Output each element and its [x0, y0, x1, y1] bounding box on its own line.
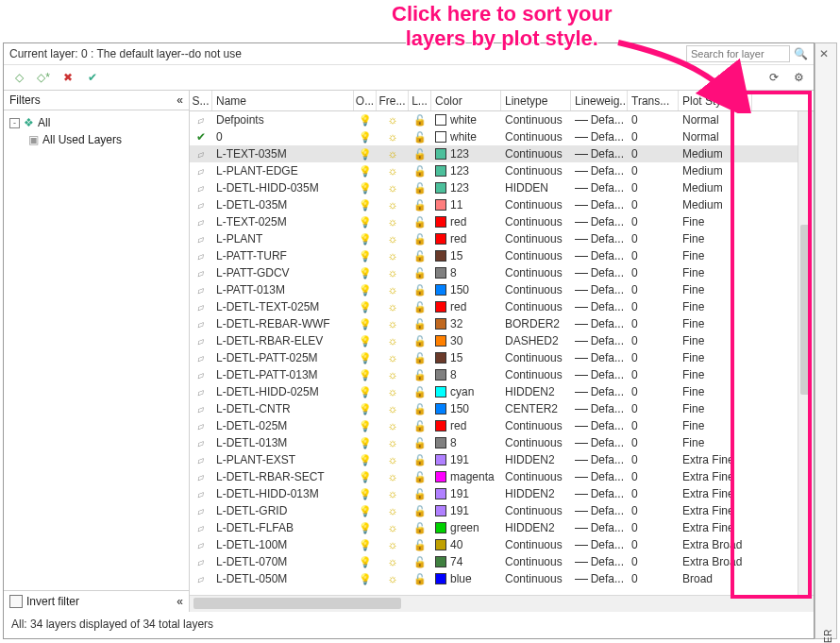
name-cell[interactable]: L-DETL-HIDD-035M: [212, 181, 354, 195]
table-row[interactable]: ▱L-DETL-PATT-025M💡☼🔓15ContinuousDefa...0…: [190, 349, 814, 366]
freeze-cell[interactable]: ☼: [377, 130, 409, 144]
refresh-button[interactable]: [764, 68, 783, 87]
table-row[interactable]: ▱L-DETL-FLFAB💡☼🔓greenHIDDEN2Defa...0Extr…: [190, 519, 814, 536]
freeze-cell[interactable]: ☼: [377, 385, 409, 398]
freeze-cell[interactable]: ☼: [377, 572, 409, 585]
status-cell[interactable]: ✔: [190, 130, 212, 144]
linetype-cell[interactable]: Continuous: [501, 300, 571, 313]
transparency-cell[interactable]: 0: [628, 249, 679, 262]
status-cell[interactable]: ▱: [190, 353, 212, 364]
set-current-layer-button[interactable]: [83, 68, 102, 87]
plot-style-cell[interactable]: Fine: [679, 368, 752, 381]
transparency-cell[interactable]: 0: [628, 283, 679, 296]
on-cell[interactable]: 💡: [354, 437, 377, 449]
linetype-cell[interactable]: CENTER2: [501, 402, 571, 415]
on-cell[interactable]: 💡: [354, 165, 377, 178]
lineweight-cell[interactable]: Defa...: [571, 368, 628, 381]
plot-style-cell[interactable]: Fine: [679, 232, 752, 245]
name-cell[interactable]: L-DETL-FLFAB: [212, 521, 354, 534]
table-row[interactable]: ▱L-PLANT💡☼🔓redContinuousDefa...0Fine: [190, 230, 814, 247]
freeze-cell[interactable]: ☼: [377, 232, 409, 245]
color-cell[interactable]: 8: [431, 368, 501, 381]
col-lock[interactable]: L...: [409, 91, 431, 110]
transparency-cell[interactable]: 0: [628, 470, 679, 483]
name-cell[interactable]: L-DETL-PATT-013M: [212, 368, 354, 381]
linetype-cell[interactable]: Continuous: [501, 198, 571, 212]
plot-style-cell[interactable]: Fine: [679, 317, 752, 330]
table-row[interactable]: ✔0💡☼🔓whiteContinuousDefa...0Normal: [190, 128, 814, 145]
linetype-cell[interactable]: Continuous: [501, 164, 571, 178]
freeze-cell[interactable]: ☼: [377, 402, 409, 415]
freeze-cell[interactable]: ☼: [377, 334, 409, 347]
name-cell[interactable]: L-DETL-CNTR: [212, 402, 354, 415]
name-cell[interactable]: L-PATT-TURF: [212, 249, 354, 262]
linetype-cell[interactable]: Continuous: [501, 555, 571, 568]
plot-style-cell[interactable]: Medium: [679, 164, 752, 178]
color-cell[interactable]: 40: [431, 538, 501, 551]
lock-cell[interactable]: 🔓: [409, 369, 431, 381]
on-cell[interactable]: 💡: [354, 522, 377, 534]
name-cell[interactable]: L-DETL-025M: [212, 419, 354, 432]
freeze-cell[interactable]: ☼: [377, 317, 409, 330]
transparency-cell[interactable]: 0: [628, 419, 679, 432]
lock-cell[interactable]: 🔓: [409, 131, 431, 144]
color-cell[interactable]: white: [431, 113, 501, 127]
lock-cell[interactable]: 🔓: [409, 505, 431, 517]
table-row[interactable]: ▱L-DETL-CNTR💡☼🔓150CENTER2Defa...0Fine: [190, 400, 814, 417]
color-cell[interactable]: red: [431, 300, 501, 313]
linetype-cell[interactable]: HIDDEN2: [501, 385, 571, 398]
linetype-cell[interactable]: Continuous: [501, 147, 571, 161]
lineweight-cell[interactable]: Defa...: [571, 555, 628, 568]
lock-cell[interactable]: 🔓: [409, 522, 431, 534]
linetype-cell[interactable]: Continuous: [501, 215, 571, 228]
lineweight-cell[interactable]: Defa...: [571, 385, 628, 398]
grid-body[interactable]: ▱Defpoints💡☼🔓whiteContinuousDefa...0Norm…: [190, 111, 814, 595]
linetype-cell[interactable]: Continuous: [501, 436, 571, 449]
name-cell[interactable]: Defpoints: [212, 113, 354, 127]
linetype-cell[interactable]: Continuous: [501, 419, 571, 432]
freeze-cell[interactable]: ☼: [377, 453, 409, 466]
freeze-cell[interactable]: ☼: [377, 300, 409, 313]
transparency-cell[interactable]: 0: [628, 453, 679, 466]
color-cell[interactable]: green: [431, 521, 501, 534]
color-cell[interactable]: red: [431, 215, 501, 228]
transparency-cell[interactable]: 0: [628, 385, 679, 398]
plot-style-cell[interactable]: Medium: [679, 147, 752, 161]
search-input[interactable]: [686, 45, 790, 62]
lineweight-cell[interactable]: Defa...: [571, 317, 628, 330]
plot-style-cell[interactable]: Fine: [679, 249, 752, 262]
status-cell[interactable]: ▱: [190, 421, 212, 431]
color-cell[interactable]: 30: [431, 334, 501, 347]
lock-cell[interactable]: 🔓: [409, 284, 431, 296]
name-cell[interactable]: L-DETL-035M: [212, 198, 354, 212]
lineweight-cell[interactable]: Defa...: [571, 232, 628, 245]
linetype-cell[interactable]: Continuous: [501, 351, 571, 364]
transparency-cell[interactable]: 0: [628, 317, 679, 330]
table-row[interactable]: ▱L-DETL-HIDD-013M💡☼🔓191HIDDEN2Defa...0Ex…: [190, 485, 814, 502]
status-cell[interactable]: ▱: [190, 217, 212, 228]
lineweight-cell[interactable]: Defa...: [571, 538, 628, 551]
palette-title-bar[interactable]: ✕ LAYER PROPERTIES MANAGER: [815, 42, 837, 639]
color-cell[interactable]: 15: [431, 351, 501, 364]
lineweight-cell[interactable]: Defa...: [571, 113, 628, 127]
linetype-cell[interactable]: HIDDEN2: [501, 453, 571, 466]
linetype-cell[interactable]: Continuous: [501, 538, 571, 551]
linetype-cell[interactable]: Continuous: [501, 283, 571, 296]
plot-style-cell[interactable]: Medium: [679, 181, 752, 195]
on-cell[interactable]: 💡: [354, 335, 377, 347]
linetype-cell[interactable]: Continuous: [501, 470, 571, 483]
name-cell[interactable]: L-DETL-GRID: [212, 504, 354, 517]
on-cell[interactable]: 💡: [354, 284, 377, 296]
plot-style-cell[interactable]: Fine: [679, 283, 752, 296]
transparency-cell[interactable]: 0: [628, 402, 679, 415]
table-row[interactable]: ▱L-DETL-100M💡☼🔓40ContinuousDefa...0Extra…: [190, 536, 814, 553]
color-cell[interactable]: 8: [431, 266, 501, 279]
table-row[interactable]: ▱L-PATT-013M💡☼🔓150ContinuousDefa...0Fine: [190, 281, 814, 298]
status-cell[interactable]: ▱: [190, 523, 212, 533]
color-cell[interactable]: 74: [431, 555, 501, 568]
lock-cell[interactable]: 🔓: [409, 403, 431, 415]
lock-cell[interactable]: 🔓: [409, 216, 431, 228]
color-cell[interactable]: 150: [431, 402, 501, 415]
status-cell[interactable]: ▱: [190, 251, 212, 262]
on-cell[interactable]: 💡: [354, 267, 377, 279]
